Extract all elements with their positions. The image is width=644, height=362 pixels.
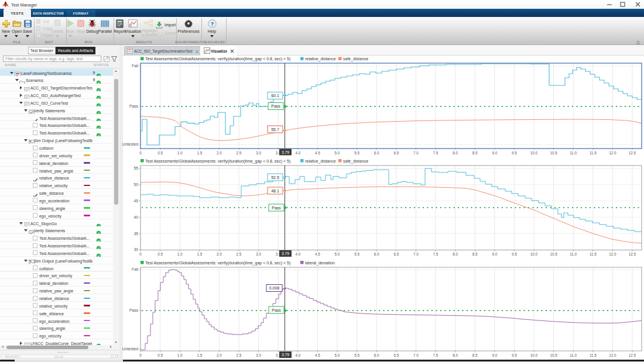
svg-text:0: 0: [139, 151, 142, 155]
svg-text:9.0: 9.0: [492, 252, 497, 256]
svg-text:3.79: 3.79: [282, 251, 289, 256]
svg-text:Pass: Pass: [272, 308, 281, 312]
svg-text:9.0: 9.0: [492, 151, 497, 155]
svg-text:4.5: 4.5: [315, 353, 320, 357]
svg-text:7.0: 7.0: [413, 252, 419, 256]
svg-text:0.008: 0.008: [269, 286, 280, 290]
svg-text:12.0: 12.0: [609, 151, 616, 155]
svg-text:?: ?: [210, 20, 214, 27]
svg-text:relative_distance: relative_distance: [305, 57, 336, 61]
svg-text:7.0: 7.0: [413, 353, 419, 357]
svg-text:48.1: 48.1: [271, 189, 279, 193]
svg-text:12.5: 12.5: [629, 353, 636, 357]
svg-text:3.0: 3.0: [256, 252, 261, 256]
svg-text:12.0: 12.0: [609, 252, 616, 256]
svg-text:Pass: Pass: [272, 206, 281, 210]
svg-text:Fail: Fail: [132, 64, 138, 68]
svg-text:6.0: 6.0: [374, 353, 379, 357]
svg-text:9.0: 9.0: [492, 353, 497, 357]
svg-text:6.0: 6.0: [374, 151, 379, 155]
svg-text:8.5: 8.5: [472, 353, 478, 357]
svg-text:7.5: 7.5: [433, 151, 439, 155]
svg-text:Test Assessments/GlobalAssessm: Test Assessments/GlobalAssessments: veri…: [145, 159, 290, 164]
svg-text:safe_distance: safe_distance: [343, 159, 368, 164]
svg-text:10.0: 10.0: [530, 353, 538, 357]
svg-text:7.5: 7.5: [433, 353, 439, 357]
svg-text:30: 30: [133, 247, 138, 251]
svg-text:0.5: 0.5: [157, 353, 163, 357]
svg-text:4.0: 4.0: [295, 151, 300, 155]
svg-text:relative_distance: relative_distance: [305, 159, 336, 164]
svg-text:1.0: 1.0: [177, 151, 183, 155]
svg-text:1.0: 1.0: [177, 353, 183, 357]
svg-text:4.0: 4.0: [295, 353, 300, 357]
svg-text:52.5: 52.5: [271, 175, 279, 180]
svg-text:10.0: 10.0: [530, 151, 538, 155]
svg-text:6.5: 6.5: [393, 252, 399, 256]
svg-text:Pass: Pass: [129, 308, 139, 312]
svg-text:4.5: 4.5: [315, 151, 320, 155]
svg-text:safe_distance: safe_distance: [343, 57, 368, 61]
svg-text:Untested: Untested: [122, 347, 138, 351]
svg-text:4.0: 4.0: [295, 252, 300, 256]
svg-text:1.5: 1.5: [197, 252, 202, 256]
svg-text:11.5: 11.5: [590, 151, 597, 155]
svg-text:0: 0: [139, 252, 142, 256]
svg-text:11.5: 11.5: [590, 252, 597, 256]
svg-text:lateral_deviation: lateral_deviation: [305, 261, 335, 266]
svg-text:8.5: 8.5: [472, 151, 478, 155]
svg-text:12.5: 12.5: [629, 151, 636, 155]
svg-text:5.5: 5.5: [354, 252, 359, 256]
svg-text:9.5: 9.5: [512, 151, 517, 155]
svg-text:9.5: 9.5: [512, 353, 517, 357]
svg-text:0.5: 0.5: [157, 151, 163, 155]
svg-text:5.5: 5.5: [354, 353, 359, 357]
svg-text:11.0: 11.0: [570, 353, 577, 357]
svg-text:8.0: 8.0: [453, 151, 458, 155]
svg-text:55: 55: [133, 166, 138, 170]
svg-text:60.1: 60.1: [271, 94, 279, 98]
svg-text:50: 50: [133, 182, 138, 187]
svg-text:Pass: Pass: [271, 104, 280, 108]
svg-text:11.5: 11.5: [590, 353, 597, 357]
svg-text:11.0: 11.0: [570, 151, 577, 155]
svg-text:Pass: Pass: [129, 104, 139, 108]
svg-text:9.5: 9.5: [512, 252, 517, 256]
svg-text:8.0: 8.0: [453, 252, 458, 256]
svg-text:2.5: 2.5: [237, 353, 242, 357]
svg-text:5.0: 5.0: [335, 353, 340, 357]
svg-text:Untested: Untested: [122, 142, 138, 146]
svg-text:8.5: 8.5: [472, 252, 478, 256]
svg-text:10.5: 10.5: [550, 151, 557, 155]
svg-text:11.0: 11.0: [570, 252, 577, 256]
svg-text:8.0: 8.0: [453, 353, 458, 357]
svg-text:3.79: 3.79: [282, 353, 289, 357]
svg-text:Test Assessments/GlobalAssessm: Test Assessments/GlobalAssessments: veri…: [145, 57, 290, 61]
svg-text:7.0: 7.0: [413, 151, 419, 155]
svg-text:2.0: 2.0: [217, 151, 222, 155]
svg-text:45: 45: [133, 199, 138, 203]
svg-text:Fail: Fail: [132, 267, 138, 271]
svg-text:55.7: 55.7: [271, 127, 279, 132]
svg-text:3.79: 3.79: [282, 150, 289, 154]
svg-text:12.5: 12.5: [629, 252, 636, 256]
svg-text:6.5: 6.5: [393, 151, 399, 155]
svg-text:5.0: 5.0: [335, 252, 340, 256]
svg-text:2.0: 2.0: [217, 353, 222, 357]
svg-text:5.0: 5.0: [335, 151, 340, 155]
svg-text:40: 40: [133, 215, 138, 219]
svg-text:10.5: 10.5: [550, 353, 557, 357]
svg-text:2.5: 2.5: [237, 252, 242, 256]
svg-text:0: 0: [139, 353, 142, 357]
svg-text:5.5: 5.5: [354, 151, 359, 155]
svg-text:7.5: 7.5: [433, 252, 439, 256]
svg-text:0.5: 0.5: [157, 252, 163, 256]
svg-text:4.5: 4.5: [315, 252, 320, 256]
svg-text:2.0: 2.0: [217, 252, 222, 256]
svg-text:12.0: 12.0: [609, 353, 616, 357]
svg-text:3.0: 3.0: [256, 151, 261, 155]
svg-text:3.0: 3.0: [256, 353, 261, 357]
svg-text:1.5: 1.5: [197, 353, 202, 357]
svg-text:6.5: 6.5: [393, 353, 399, 357]
svg-text:1.5: 1.5: [197, 151, 202, 155]
